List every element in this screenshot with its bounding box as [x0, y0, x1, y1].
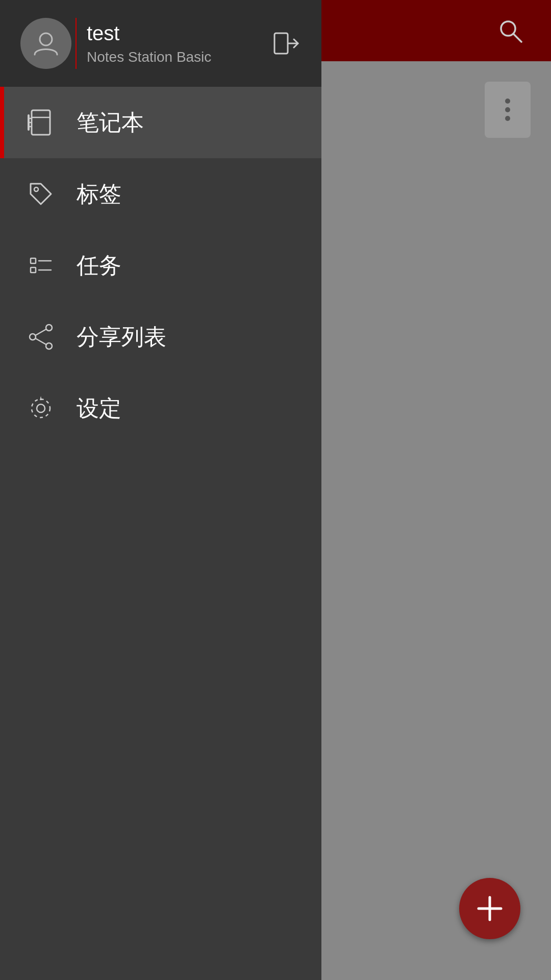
tasks-label: 任务	[77, 251, 121, 281]
drawer-nav: 笔记本 标签	[0, 87, 321, 980]
notebooks-label: 笔记本	[77, 108, 144, 138]
notebook-icon	[26, 107, 56, 138]
sidebar-item-shared[interactable]: 分享列表	[0, 301, 321, 373]
navigation-drawer: test Notes Station Basic	[0, 0, 321, 980]
shared-label: 分享列表	[77, 322, 166, 352]
svg-point-23	[37, 404, 45, 412]
svg-point-19	[46, 343, 52, 349]
more-dots-icon	[505, 99, 510, 121]
app-subtitle-label: Notes Station Basic	[87, 49, 255, 65]
fab-add-button[interactable]	[459, 878, 520, 939]
svg-rect-5	[274, 33, 288, 54]
svg-line-22	[36, 338, 46, 345]
share-icon	[26, 322, 56, 352]
tag-icon	[26, 179, 56, 209]
svg-line-21	[36, 329, 46, 335]
settings-icon	[26, 393, 56, 424]
settings-label: 设定	[77, 394, 121, 424]
svg-rect-16	[31, 267, 36, 273]
tags-label: 标签	[77, 179, 121, 209]
user-info: test Notes Station Basic	[87, 22, 255, 65]
sidebar-item-tags[interactable]: 标签	[0, 158, 321, 230]
username-label: test	[87, 22, 255, 45]
header-divider	[76, 18, 77, 69]
svg-rect-14	[31, 258, 36, 263]
svg-point-4	[40, 33, 52, 45]
svg-point-13	[34, 187, 38, 191]
more-options-button[interactable]	[485, 82, 531, 138]
app-container: test Notes Station Basic	[0, 0, 551, 980]
avatar[interactable]	[20, 18, 71, 69]
tasks-icon	[26, 250, 56, 281]
svg-point-18	[46, 325, 52, 331]
sidebar-item-notebooks[interactable]: 笔记本	[0, 87, 321, 158]
search-button[interactable]	[490, 10, 531, 51]
sidebar-item-tasks[interactable]: 任务	[0, 230, 321, 301]
sidebar-item-settings[interactable]: 设定	[0, 373, 321, 444]
logout-button[interactable]	[270, 28, 301, 59]
svg-rect-7	[32, 110, 50, 135]
svg-point-20	[30, 334, 36, 340]
svg-line-1	[513, 34, 521, 42]
svg-point-24	[32, 399, 50, 418]
drawer-header: test Notes Station Basic	[0, 0, 321, 87]
